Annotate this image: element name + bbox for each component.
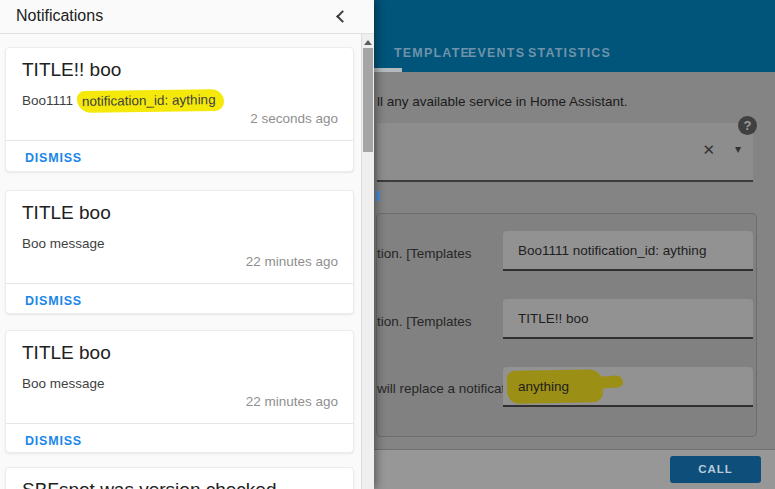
notification-card: TITLE boo Boo message 22 minutes ago DIS… bbox=[5, 190, 354, 314]
notification-card: TITLE boo Boo message 22 minutes ago DIS… bbox=[5, 330, 354, 453]
footer-bar: CALL SERVICE bbox=[374, 450, 775, 489]
message-input-value: Boo1111 notification_id: aything bbox=[518, 243, 706, 258]
notification-title: TITLE boo bbox=[22, 342, 111, 364]
notification-id-input-value: anything bbox=[518, 379, 569, 394]
clear-icon[interactable]: ✕ bbox=[702, 141, 715, 159]
tab-events[interactable]: EVENTS bbox=[468, 46, 525, 60]
collapse-drawer-button[interactable] bbox=[336, 9, 346, 23]
notifications-drawer: Notifications TITLE!! boo Boo1111 notifi… bbox=[0, 0, 374, 489]
message-prefix: Boo1111 bbox=[22, 93, 77, 108]
tab-statistics[interactable]: STATISTICS bbox=[528, 46, 611, 60]
field-label-message: tion. [Templates bbox=[377, 246, 472, 261]
help-icon[interactable]: ? bbox=[738, 116, 757, 135]
services-intro-text: ll any available service in Home Assista… bbox=[377, 94, 628, 109]
scrollbar-thumb[interactable] bbox=[363, 48, 373, 152]
yellow-highlight: notification_id: aything bbox=[77, 89, 224, 113]
scrollbar[interactable] bbox=[361, 34, 374, 489]
dismiss-button[interactable]: DISMISS bbox=[25, 151, 82, 165]
scroll-up-icon[interactable] bbox=[364, 40, 372, 45]
screen: TEMPLATE EVENTS STATISTICS ll any availa… bbox=[0, 0, 775, 489]
field-label-title: tion. [Templates bbox=[377, 314, 472, 329]
card-divider bbox=[6, 423, 353, 424]
dismiss-button[interactable]: DISMISS bbox=[25, 294, 82, 308]
app-header-bar: TEMPLATE EVENTS STATISTICS bbox=[374, 0, 775, 72]
notification-timestamp: 2 seconds ago bbox=[250, 111, 338, 126]
chevron-down-icon[interactable]: ▾ bbox=[735, 142, 741, 156]
drawer-title: Notifications bbox=[16, 7, 103, 25]
notification-message: Boo message bbox=[22, 236, 105, 251]
card-divider bbox=[6, 283, 353, 284]
services-page: TEMPLATE EVENTS STATISTICS ll any availa… bbox=[374, 0, 775, 489]
notification-title: SBFspot was version checked bbox=[22, 479, 277, 489]
chevron-left-icon bbox=[336, 10, 349, 23]
dismiss-button[interactable]: DISMISS bbox=[25, 434, 82, 448]
field-label-notification-id: will replace a notification bbox=[377, 381, 523, 396]
notification-message: Boo message bbox=[22, 376, 105, 391]
notification-id-input[interactable]: anything bbox=[503, 367, 753, 407]
message-input[interactable]: Boo1111 notification_id: aything bbox=[503, 231, 753, 271]
highlight-marker-tail bbox=[597, 375, 624, 389]
title-input-value: TITLE!! boo bbox=[518, 311, 589, 326]
call-service-button[interactable]: CALL SERVICE bbox=[670, 456, 761, 483]
notification-card: TITLE!! boo Boo1111 notification_id: ayt… bbox=[5, 47, 354, 172]
notification-title: TITLE boo bbox=[22, 202, 111, 224]
notification-message: Boo1111 notification_id: aything bbox=[22, 93, 223, 108]
title-input[interactable]: TITLE!! boo bbox=[503, 299, 753, 339]
service-combobox[interactable]: ✕ ▾ bbox=[377, 123, 753, 182]
notification-timestamp: 22 minutes ago bbox=[246, 254, 338, 269]
active-tab-indicator bbox=[374, 68, 402, 72]
drawer-header: Notifications bbox=[0, 0, 374, 34]
tab-template[interactable]: TEMPLATE bbox=[394, 46, 470, 60]
notification-title: TITLE!! boo bbox=[22, 59, 121, 81]
card-divider bbox=[6, 140, 353, 141]
notification-card: SBFspot was version checked bbox=[5, 467, 354, 489]
notifications-list: TITLE!! boo Boo1111 notification_id: ayt… bbox=[0, 34, 361, 489]
service-link-fragment bbox=[376, 191, 380, 201]
notification-timestamp: 22 minutes ago bbox=[246, 394, 338, 409]
